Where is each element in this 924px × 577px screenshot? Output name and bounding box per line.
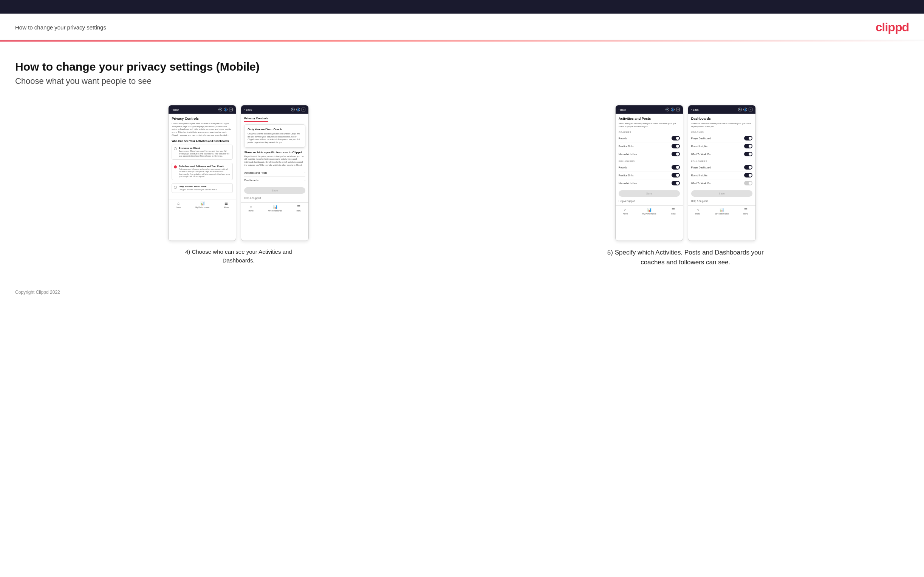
profile-icon-1[interactable]: 👤 <box>224 108 228 111</box>
caption-1: 4) Choose who can see your Activities an… <box>178 248 299 265</box>
phone-1-content: Privacy Controls Control how you and you… <box>168 114 236 199</box>
toggle-what-to-work-followers-switch[interactable] <box>744 181 753 185</box>
option-only-you-desc: Only you and the coaches you connect wit… <box>179 189 217 191</box>
popup-desc: Only you and the coaches you connect wit… <box>247 132 302 144</box>
toggle-round-insights-followers-switch[interactable] <box>744 173 753 177</box>
nav-home-1[interactable]: ⌂ Home <box>176 201 181 208</box>
player-dash-label-followers: Player Dashboard <box>691 166 711 169</box>
nav-perf-4[interactable]: 📊 My Performance <box>715 208 729 215</box>
page-subtitle: Choose what you want people to see <box>15 76 909 86</box>
search-icon-2[interactable]: 🔍 <box>291 108 295 111</box>
toggle-manual-followers-switch[interactable] <box>672 181 680 185</box>
menu-icon-3[interactable]: ☰ <box>676 108 680 111</box>
nav-perf-3[interactable]: 📊 My Performance <box>643 208 656 215</box>
back-button-2[interactable]: ‹ Back <box>244 108 252 111</box>
screenshots-row: ‹ Back 🔍 👤 ☰ Privacy Controls Control ho… <box>15 105 909 267</box>
chevron-dashboards: › <box>305 179 306 182</box>
nav-home-2[interactable]: ⌂ Home <box>248 205 253 212</box>
coaches-label-3: COACHES <box>619 131 680 133</box>
radio-everyone[interactable] <box>174 147 177 150</box>
option-only-you[interactable]: Only You and Your Coach Only you and the… <box>171 183 233 193</box>
toggle-practice-coaches-switch[interactable] <box>672 144 680 148</box>
menu-icon-2[interactable]: ☰ <box>302 108 305 111</box>
chevron-activities: › <box>305 171 306 174</box>
back-button-4[interactable]: ‹ Back <box>691 108 699 111</box>
nav-menu-label-3: Menu <box>671 213 676 215</box>
radio-approved[interactable] <box>174 165 177 168</box>
profile-icon-2[interactable]: 👤 <box>296 108 300 111</box>
phone-4-content: Dashboards Select the dashboards that yo… <box>688 114 756 205</box>
nav-perf-2[interactable]: 📊 My Performance <box>268 205 282 212</box>
phone-3-content: Activities and Posts Select the types of… <box>615 114 683 205</box>
phone-2: ‹ Back 🔍 👤 ☰ Privacy Controls Only You a… <box>241 105 309 241</box>
followers-label-4: FOLLOWERS <box>691 160 753 162</box>
dashboards-desc: Select the dashboards that you'd like to… <box>691 122 753 128</box>
top-bar <box>0 0 924 14</box>
nav-menu-1[interactable]: ☰ Menu <box>224 201 229 208</box>
nav-home-4[interactable]: ⌂ Home <box>695 208 700 215</box>
option-approved-desc: Only approved followers and coaches you … <box>179 168 231 178</box>
option-approved[interactable]: Only Approved Followers and Your Coach O… <box>171 163 233 180</box>
phones-row-2: ‹ Back 🔍 👤 ☰ Activities and Posts Select… <box>615 105 756 241</box>
toggle-round-insights-coaches-switch[interactable] <box>744 144 753 148</box>
nav-home-3[interactable]: ⌂ Home <box>623 208 628 215</box>
popup-box: Only You and Your Coach Only you and the… <box>244 124 305 148</box>
toggle-rounds-coaches-switch[interactable] <box>672 136 680 140</box>
option-everyone[interactable]: Everyone on Clippd Everyone on Clippd ca… <box>171 145 233 160</box>
back-button-3[interactable]: ‹ Back <box>619 108 626 111</box>
menu-icon-4[interactable]: ☰ <box>749 108 753 111</box>
save-button-2[interactable]: Save <box>244 187 305 194</box>
phone-2-bottom-nav: ⌂ Home 📊 My Performance ☰ Menu <box>241 202 309 214</box>
option-everyone-label: Everyone on Clippd <box>179 147 231 149</box>
toggle-manual-followers: Manual Activities <box>619 179 680 187</box>
menu-icon-nav-3: ☰ <box>672 208 675 212</box>
save-button-3[interactable]: Save <box>619 190 680 197</box>
nav-home-label-3: Home <box>623 213 628 215</box>
back-button-1[interactable]: ‹ Back <box>171 108 179 111</box>
profile-icon-4[interactable]: 👤 <box>743 108 747 111</box>
rounds-label-followers: Rounds <box>619 166 627 169</box>
nav-perf-1[interactable]: 📊 My Performance <box>195 201 209 208</box>
privacy-controls-desc: Control how you and your data appears to… <box>171 122 233 137</box>
nav-menu-3[interactable]: ☰ Menu <box>671 208 676 215</box>
phone-2-header: ‹ Back 🔍 👤 ☰ <box>241 105 309 114</box>
round-insights-label-followers: Round Insights <box>691 174 708 177</box>
toggle-player-followers-switch[interactable] <box>744 165 753 169</box>
option-approved-label: Only Approved Followers and Your Coach <box>179 165 231 167</box>
toggle-round-insights-followers: Round Insights <box>691 171 753 179</box>
search-icon-3[interactable]: 🔍 <box>666 108 669 111</box>
logo: clippd <box>876 20 909 34</box>
manual-label-coaches: Manual Activities <box>619 153 637 156</box>
toggle-player-coaches-switch[interactable] <box>744 136 753 140</box>
menu-icon-1[interactable]: ☰ <box>229 108 233 111</box>
manual-label-followers: Manual Activities <box>619 182 637 185</box>
save-button-4[interactable]: Save <box>691 190 753 197</box>
activities-posts-row[interactable]: Activities and Posts › <box>244 169 305 177</box>
nav-perf-label-4: My Performance <box>715 213 729 215</box>
phone-4-icons: 🔍 👤 ☰ <box>738 108 753 111</box>
toggle-rounds-coaches: Rounds <box>619 134 680 142</box>
privacy-tab[interactable]: Privacy Controls <box>244 117 268 122</box>
search-icon-1[interactable]: 🔍 <box>218 108 222 111</box>
phone-3: ‹ Back 🔍 👤 ☰ Activities and Posts Select… <box>615 105 683 241</box>
toggle-rounds-followers: Rounds <box>619 163 680 171</box>
toggle-practice-coaches: Practice Drills <box>619 142 680 150</box>
toggle-rounds-followers-switch[interactable] <box>672 165 680 169</box>
nav-perf-label-1: My Performance <box>195 206 209 208</box>
radio-only-you[interactable] <box>174 186 177 189</box>
nav-home-label-4: Home <box>695 213 700 215</box>
dashboards-row[interactable]: Dashboards › <box>244 177 305 184</box>
search-icon-4[interactable]: 🔍 <box>738 108 742 111</box>
profile-icon-3[interactable]: 👤 <box>671 108 675 111</box>
toggle-what-to-work-coaches-switch[interactable] <box>744 152 753 156</box>
help-label-2: Help & Support <box>244 197 305 199</box>
menu-icon-nav-2: ☰ <box>297 205 300 209</box>
toggle-practice-followers-switch[interactable] <box>672 173 680 177</box>
nav-menu-4[interactable]: ☰ Menu <box>743 208 748 215</box>
nav-menu-2[interactable]: ☰ Menu <box>296 205 301 212</box>
toggle-manual-coaches-switch[interactable] <box>672 152 680 156</box>
menu-icon-nav-4: ☰ <box>744 208 748 212</box>
toggle-manual-coaches: Manual Activities <box>619 150 680 158</box>
dashboards-title: Dashboards <box>691 117 753 121</box>
phone-1: ‹ Back 🔍 👤 ☰ Privacy Controls Control ho… <box>168 105 236 241</box>
